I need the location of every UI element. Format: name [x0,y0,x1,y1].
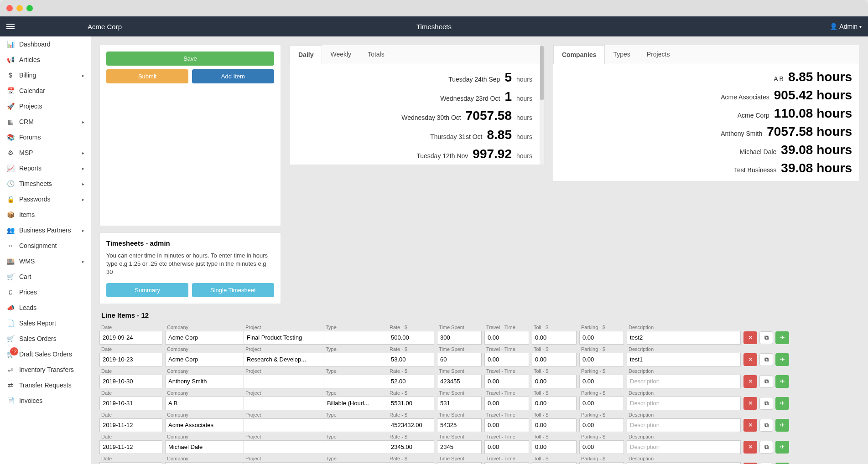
sidebar-item-articles[interactable]: 📢Articles [0,52,91,67]
rate-input[interactable] [388,440,434,454]
time-input[interactable] [437,418,482,432]
sidebar-item-invoices[interactable]: 📄Invoices [0,393,91,408]
travel-input[interactable] [484,418,529,432]
delete-row-button[interactable]: ✕ [743,419,757,432]
submit-row-button[interactable]: ✈ [775,375,789,388]
delete-row-button[interactable]: ✕ [743,397,757,410]
copy-row-button[interactable]: ⧉ [759,353,773,366]
project-input[interactable] [244,375,326,388]
parking-input[interactable] [579,331,624,345]
sidebar-item-msp[interactable]: ⚙MSP▸ [0,145,91,160]
sidebar-item-transfer-requests[interactable]: ⇄Transfer Requests [0,377,91,393]
parking-input[interactable] [579,353,624,366]
rate-input[interactable] [388,397,434,410]
delete-row-button[interactable]: ✕ [743,331,757,344]
sidebar-item-wms[interactable]: 🏬WMS▸ [0,253,91,269]
time-input[interactable] [437,353,482,366]
delete-row-button[interactable]: ✕ [743,353,757,366]
sidebar-item-sales-orders[interactable]: 🛒Sales Orders [0,331,91,346]
mac-maximize-icon[interactable] [26,5,33,11]
sidebar-item-sales-report[interactable]: 📄Sales Report [0,315,91,331]
project-input[interactable] [244,397,326,410]
time-input[interactable] [437,397,482,410]
rate-input[interactable] [388,353,434,366]
travel-input[interactable] [484,353,529,366]
single-timesheet-button[interactable]: Single Timesheet [192,283,274,297]
submit-row-button[interactable]: ✈ [775,463,789,464]
tab-weekly[interactable]: Weekly [322,45,359,64]
toll-input[interactable] [532,462,577,464]
date-input[interactable] [99,440,162,454]
project-input[interactable] [244,440,326,454]
sidebar-item-consignment[interactable]: ↔Consignment [0,238,91,253]
save-button[interactable]: Save [106,52,274,66]
rate-input[interactable] [388,375,434,388]
company-input[interactable] [165,397,248,410]
date-input[interactable] [99,418,162,432]
sidebar-item-reports[interactable]: 📈Reports▸ [0,160,91,176]
toll-input[interactable] [532,418,577,432]
toll-input[interactable] [532,440,577,454]
delete-row-button[interactable]: ✕ [743,463,757,464]
company-input[interactable] [165,462,248,464]
toll-input[interactable] [532,331,577,345]
add-item-button[interactable]: Add Item [192,69,274,83]
time-input[interactable] [437,462,482,464]
user-menu[interactable]: 👤 Admin ▾ [830,23,862,30]
parking-input[interactable] [579,397,624,410]
travel-input[interactable] [484,462,529,464]
submit-row-button[interactable]: ✈ [775,419,789,432]
tab-companies[interactable]: Companies [553,45,605,64]
project-input[interactable] [244,462,326,464]
date-input[interactable] [99,397,162,410]
parking-input[interactable] [579,418,624,432]
sidebar-item-timesheets[interactable]: 🕓Timesheets▸ [0,176,91,191]
toll-input[interactable] [532,375,577,388]
date-input[interactable] [99,462,162,464]
rate-input[interactable] [388,462,434,464]
sidebar-item-inventory-transfers[interactable]: ⇄Inventory Transfers [0,362,91,377]
desc-input[interactable] [627,397,741,410]
time-input[interactable] [437,375,482,388]
tab-daily[interactable]: Daily [290,45,322,64]
submit-row-button[interactable]: ✈ [775,397,789,410]
submit-row-button[interactable]: ✈ [775,441,789,454]
sidebar-item-leads[interactable]: 📣Leads [0,300,91,315]
copy-row-button[interactable]: ⧉ [759,441,773,454]
company-input[interactable] [165,440,248,454]
travel-input[interactable] [484,375,529,388]
rate-input[interactable] [388,331,434,345]
submit-button[interactable]: Submit [106,69,188,83]
submit-row-button[interactable]: ✈ [775,331,789,344]
date-input[interactable] [99,375,162,388]
sidebar-item-cart[interactable]: 🛒Cart [0,269,91,284]
parking-input[interactable] [579,375,624,388]
summary-button[interactable]: Summary [106,283,188,297]
sidebar-item-business-partners[interactable]: 👥Business Partners▸ [0,222,91,238]
mac-minimize-icon[interactable] [16,5,23,11]
sidebar-item-projects[interactable]: 🚀Projects [0,98,91,114]
parking-input[interactable] [579,440,624,454]
desc-input[interactable] [627,353,741,366]
menu-toggle-icon[interactable] [6,24,15,29]
company-input[interactable] [165,375,248,388]
delete-row-button[interactable]: ✕ [743,441,757,454]
time-input[interactable] [437,331,482,345]
date-input[interactable] [99,353,162,366]
parking-input[interactable] [579,462,624,464]
rate-input[interactable] [388,418,434,432]
sidebar-item-billing[interactable]: $Billing▸ [0,67,91,83]
sidebar-item-calendar[interactable]: 📅Calendar [0,83,91,98]
copy-row-button[interactable]: ⧉ [759,463,773,464]
desc-input[interactable] [627,440,741,454]
copy-row-button[interactable]: ⧉ [759,375,773,388]
sidebar-item-forums[interactable]: 📚Forums [0,129,91,145]
project-input[interactable] [244,418,326,432]
toll-input[interactable] [532,397,577,410]
copy-row-button[interactable]: ⧉ [759,397,773,410]
sidebar-item-passwords[interactable]: 🔒Passwords▸ [0,191,91,207]
company-input[interactable] [165,418,248,432]
sidebar-item-prices[interactable]: £Prices [0,284,91,300]
project-input[interactable] [244,331,326,345]
time-input[interactable] [437,440,482,454]
